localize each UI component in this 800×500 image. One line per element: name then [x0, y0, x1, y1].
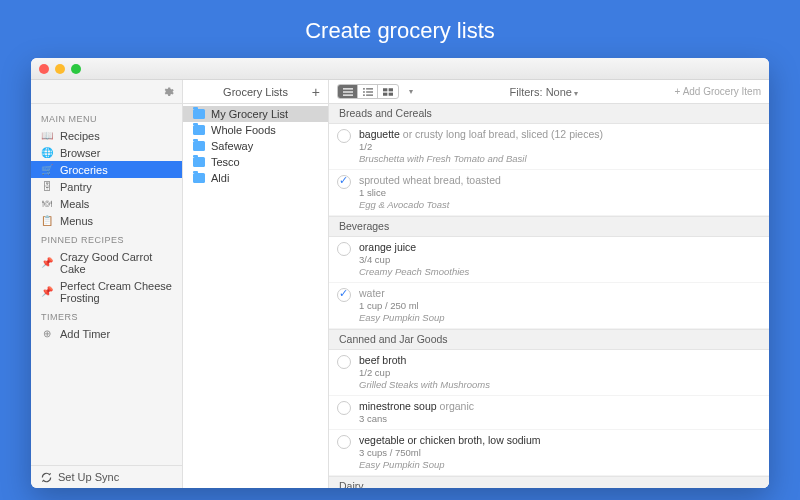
sidebar-item-label: Recipes [60, 130, 100, 142]
globe-icon: 🌐 [41, 147, 53, 158]
sidebar-heading: MAIN MENU [31, 108, 182, 127]
checkbox[interactable] [337, 355, 351, 369]
grocery-item-quantity: 1 slice [359, 187, 759, 199]
view-grid-icon[interactable] [378, 85, 398, 98]
view-mode-segment[interactable] [337, 84, 399, 99]
grocery-lists-column: Grocery Lists + My Grocery ListWhole Foo… [183, 80, 329, 488]
grocery-section-header: Canned and Jar Goods [329, 329, 769, 350]
checkbox[interactable] [337, 288, 351, 302]
filter-button[interactable]: Filters: None▾ [421, 86, 667, 98]
grocery-item[interactable]: water1 cup / 250 mlEasy Pumpkin Soup [329, 283, 769, 329]
checkbox[interactable] [337, 129, 351, 143]
sidebar-item-label: Perfect Cream Cheese Frosting [60, 280, 172, 304]
svg-rect-6 [366, 91, 373, 92]
sidebar-item-menus[interactable]: 📋Menus [31, 212, 182, 229]
list-item-label: My Grocery List [211, 108, 288, 120]
sidebar-item-label: Crazy Good Carrot Cake [60, 251, 172, 275]
grocery-item-title: orange juice [359, 241, 759, 254]
sidebar-toolbar [31, 80, 182, 104]
pantry-icon: 🗄 [41, 181, 53, 192]
svg-rect-4 [366, 88, 373, 89]
grocery-item[interactable]: baguette or crusty long loaf bread, slic… [329, 124, 769, 170]
sidebar-item-groceries[interactable]: 🛒Groceries [31, 161, 182, 178]
grocery-item-quantity: 3 cans [359, 413, 759, 425]
list-item-tesco[interactable]: Tesco [183, 154, 328, 170]
main-toolbar: ▾ Filters: None▾ + Add Grocery Item [329, 80, 769, 104]
grocery-item[interactable]: orange juice3/4 cupCreamy Peach Smoothie… [329, 237, 769, 283]
grocery-item-title: baguette or crusty long loaf bread, slic… [359, 128, 759, 141]
sidebar-heading: PINNED RECIPES [31, 229, 182, 248]
grocery-item[interactable]: sprouted wheat bread, toasted1 sliceEgg … [329, 170, 769, 216]
grocery-item-source: Easy Pumpkin Soup [359, 459, 759, 471]
pin-icon: 📌 [41, 257, 53, 268]
svg-rect-8 [366, 94, 373, 95]
svg-rect-3 [363, 88, 365, 89]
svg-rect-2 [343, 94, 353, 95]
sidebar-item-add-timer[interactable]: ⊕Add Timer [31, 325, 182, 342]
zoom-icon[interactable] [71, 64, 81, 74]
sidebar-heading: TIMERS [31, 306, 182, 325]
list-item-aldi[interactable]: Aldi [183, 170, 328, 186]
close-icon[interactable] [39, 64, 49, 74]
sidebar-item-label: Menus [60, 215, 93, 227]
grocery-item-source: Grilled Steaks with Mushrooms [359, 379, 759, 391]
sidebar-item-meals[interactable]: 🍽Meals [31, 195, 182, 212]
grocery-section-header: Breads and Cereals [329, 104, 769, 124]
folder-icon [193, 109, 205, 119]
folder-icon [193, 157, 205, 167]
checkbox[interactable] [337, 435, 351, 449]
view-list-icon[interactable] [338, 85, 358, 98]
sidebar-item-browser[interactable]: 🌐Browser [31, 144, 182, 161]
list-item-safeway[interactable]: Safeway [183, 138, 328, 154]
sidebar-footer[interactable]: Set Up Sync [31, 465, 182, 488]
titlebar [31, 58, 769, 80]
menu-icon: 📋 [41, 215, 53, 226]
grocery-lists-header: Grocery Lists + [183, 80, 328, 104]
book-icon: 📖 [41, 130, 53, 141]
grocery-item[interactable]: vegetable or chicken broth, low sodium3 … [329, 430, 769, 476]
list-item-label: Safeway [211, 140, 253, 152]
grocery-item[interactable]: minestrone soup organic3 cans [329, 396, 769, 430]
list-item-label: Whole Foods [211, 124, 276, 136]
minimize-icon[interactable] [55, 64, 65, 74]
grocery-item-quantity: 3 cups / 750ml [359, 447, 759, 459]
hero-title: Create grocery lists [0, 0, 800, 58]
sidebar: MAIN MENU📖Recipes🌐Browser🛒Groceries🗄Pant… [31, 80, 183, 488]
sidebar-item-label: Pantry [60, 181, 92, 193]
sidebar-item-recipes[interactable]: 📖Recipes [31, 127, 182, 144]
sidebar-item-label: Meals [60, 198, 89, 210]
grocery-item-source: Creamy Peach Smoothies [359, 266, 759, 278]
sidebar-item-crazy-good-carrot-cake[interactable]: 📌Crazy Good Carrot Cake [31, 248, 182, 277]
add-grocery-item-button[interactable]: + Add Grocery Item [675, 86, 761, 97]
sidebar-item-label: Add Timer [60, 328, 110, 340]
folder-icon [193, 141, 205, 151]
list-item-whole-foods[interactable]: Whole Foods [183, 122, 328, 138]
grocery-item-title: sprouted wheat bread, toasted [359, 174, 759, 187]
window-controls[interactable] [39, 64, 81, 74]
grocery-lists-title: Grocery Lists [223, 86, 288, 98]
checkbox[interactable] [337, 175, 351, 189]
view-compact-icon[interactable] [358, 85, 378, 98]
gear-icon[interactable] [162, 86, 174, 98]
grocery-item-title: vegetable or chicken broth, low sodium [359, 434, 759, 447]
setup-sync-label: Set Up Sync [58, 471, 119, 483]
checkbox[interactable] [337, 401, 351, 415]
grocery-item-source: Bruschetta with Fresh Tomato and Basil [359, 153, 759, 165]
grocery-item-title: water [359, 287, 759, 300]
sync-icon [41, 472, 52, 483]
list-item-label: Aldi [211, 172, 229, 184]
list-item-label: Tesco [211, 156, 240, 168]
add-list-button[interactable]: + [312, 84, 320, 100]
checkbox[interactable] [337, 242, 351, 256]
list-item-my-grocery-list[interactable]: My Grocery List [183, 106, 328, 122]
sidebar-item-pantry[interactable]: 🗄Pantry [31, 178, 182, 195]
folder-icon [193, 125, 205, 135]
grocery-item-quantity: 1/2 cup [359, 367, 759, 379]
grocery-item-title: beef broth [359, 354, 759, 367]
sidebar-item-perfect-cream-cheese-frosting[interactable]: 📌Perfect Cream Cheese Frosting [31, 277, 182, 306]
view-mode-dropdown[interactable]: ▾ [409, 87, 413, 96]
sidebar-item-label: Groceries [60, 164, 108, 176]
grocery-item[interactable]: beef broth1/2 cupGrilled Steaks with Mus… [329, 350, 769, 396]
plus-circle-icon: ⊕ [41, 328, 53, 339]
grocery-item-quantity: 1/2 [359, 141, 759, 153]
